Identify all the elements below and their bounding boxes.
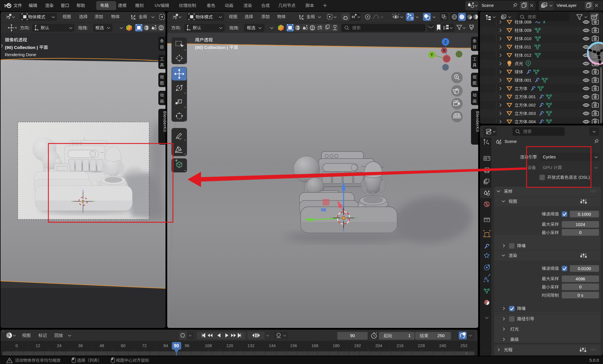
svg-text:.009: .009 xyxy=(523,28,531,33)
svg-text:0.0100: 0.0100 xyxy=(578,266,591,271)
svg-text:156: 156 xyxy=(290,343,297,348)
svg-text::: : xyxy=(180,25,181,30)
svg-text:Z: Z xyxy=(444,39,447,44)
svg-text::: : xyxy=(29,25,30,30)
svg-text:90: 90 xyxy=(174,343,179,348)
svg-text:.001: .001 xyxy=(523,78,531,82)
svg-text:48: 48 xyxy=(100,343,104,348)
svg-text:228: 228 xyxy=(418,343,425,348)
svg-text:.008: .008 xyxy=(523,19,531,24)
svg-text:36: 36 xyxy=(78,343,83,348)
svg-text:GPU: GPU xyxy=(543,165,552,170)
svg-text:108: 108 xyxy=(205,343,212,348)
svg-text:4096: 4096 xyxy=(576,276,585,281)
svg-text:120: 120 xyxy=(226,343,233,348)
svg-text:0: 0 xyxy=(579,230,582,235)
svg-text:144: 144 xyxy=(269,343,276,348)
svg-text:Y: Y xyxy=(430,52,433,57)
svg-text:84: 84 xyxy=(163,343,168,348)
svg-text:Cycles: Cycles xyxy=(543,154,556,159)
svg-text:.001: .001 xyxy=(527,94,536,99)
svg-text:252: 252 xyxy=(460,343,467,348)
svg-text:250: 250 xyxy=(438,333,445,338)
svg-text:ViewLayer: ViewLayer xyxy=(557,3,577,8)
svg-text:BlenderKit: BlenderKit xyxy=(163,111,167,132)
svg-text:(90) Collection |: (90) Collection | xyxy=(5,45,38,50)
svg-text:12: 12 xyxy=(36,343,40,348)
svg-text:168: 168 xyxy=(312,343,318,348)
svg-text:.003: .003 xyxy=(527,111,536,116)
svg-text:X: X xyxy=(443,48,445,52)
svg-text:(OSL): (OSL) xyxy=(578,175,590,180)
svg-text:Scene: Scene xyxy=(482,3,494,8)
svg-text:.002: .002 xyxy=(527,103,536,107)
svg-text::: : xyxy=(87,25,88,30)
svg-text:.012: .012 xyxy=(523,53,531,58)
svg-text:72: 72 xyxy=(142,343,147,348)
svg-text:.004: .004 xyxy=(527,119,536,124)
svg-text:96: 96 xyxy=(185,343,189,348)
svg-text:240: 240 xyxy=(439,343,446,348)
svg-text:216: 216 xyxy=(397,343,403,348)
svg-text:1024: 1024 xyxy=(576,222,585,227)
svg-text:60: 60 xyxy=(121,343,125,348)
svg-text:132: 132 xyxy=(247,343,254,348)
svg-text:180: 180 xyxy=(333,343,340,348)
svg-text:.010: .010 xyxy=(523,36,531,41)
svg-text:(90) Collection |: (90) Collection | xyxy=(195,45,228,50)
svg-text:5.0.0: 5.0.0 xyxy=(590,358,599,363)
svg-text:24: 24 xyxy=(57,343,62,348)
svg-text:Scene: Scene xyxy=(505,139,517,144)
svg-text:BlenderKit: BlenderKit xyxy=(475,111,480,132)
svg-text:90: 90 xyxy=(350,333,355,338)
svg-text:.011: .011 xyxy=(523,44,531,49)
svg-text:204: 204 xyxy=(375,343,382,348)
svg-text:192: 192 xyxy=(354,343,361,348)
svg-text:擎: 擎 xyxy=(533,154,537,159)
svg-text::: : xyxy=(238,25,239,30)
svg-text:0 s: 0 s xyxy=(578,293,583,298)
svg-text:UV: UV xyxy=(155,3,161,8)
svg-text:Rendering Done: Rendering Done xyxy=(5,52,36,57)
svg-text:0: 0 xyxy=(579,284,582,289)
svg-text:0.1000: 0.1000 xyxy=(578,212,591,217)
svg-text:1: 1 xyxy=(408,333,411,338)
svg-text:0: 0 xyxy=(15,343,18,348)
